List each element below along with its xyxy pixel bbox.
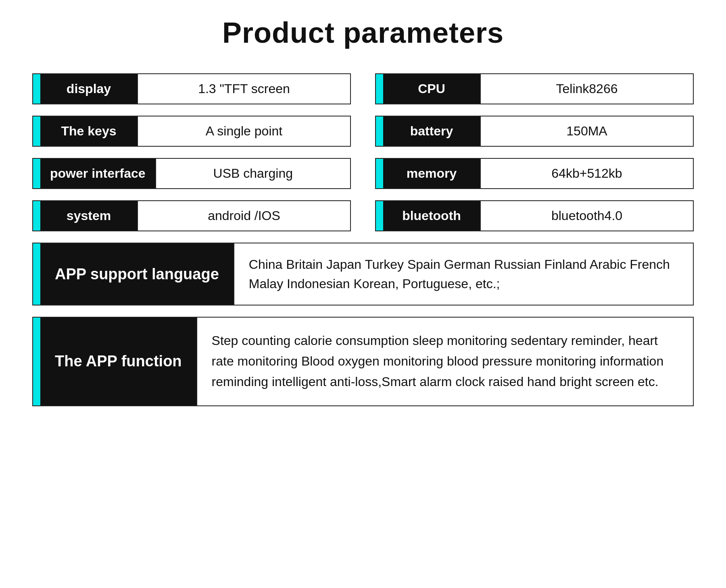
cpu-label: CPU — [383, 74, 480, 104]
power-label: power interface — [40, 159, 155, 188]
battery-value: 150MA — [480, 116, 693, 146]
main-grid: display 1.3 "TFT screen CPU Telink8266 T… — [32, 73, 694, 231]
cpu-row: CPU Telink8266 — [375, 73, 694, 104]
battery-row: battery 150MA — [375, 116, 694, 147]
app-language-label: APP support language — [40, 243, 234, 305]
system-value: android /IOS — [137, 201, 350, 231]
bluetooth-label: bluetooth — [383, 201, 480, 231]
cyan-accent — [33, 243, 40, 305]
app-function-value: Step counting calorie consumption sleep … — [196, 318, 693, 405]
display-row: display 1.3 "TFT screen — [32, 73, 351, 104]
system-label: system — [40, 201, 137, 231]
keys-label: The keys — [40, 116, 137, 146]
cyan-accent — [33, 116, 40, 146]
system-row: system android /IOS — [32, 200, 351, 231]
memory-value: 64kb+512kb — [480, 159, 693, 188]
cyan-accent — [33, 74, 40, 104]
bluetooth-row: bluetooth bluetooth4.0 — [375, 200, 694, 231]
battery-label: battery — [383, 116, 480, 146]
keys-row: The keys A single point — [32, 116, 351, 147]
page-title: Product parameters — [32, 16, 694, 49]
cyan-accent — [376, 74, 383, 104]
memory-row: memory 64kb+512kb — [375, 158, 694, 189]
keys-value: A single point — [137, 116, 350, 146]
display-label: display — [40, 74, 137, 104]
display-value: 1.3 "TFT screen — [137, 74, 350, 104]
app-function-row: The APP function Step counting calorie c… — [32, 317, 694, 406]
cyan-accent — [376, 116, 383, 146]
cpu-value: Telink8266 — [480, 74, 693, 104]
cyan-accent — [33, 318, 40, 405]
power-row: power interface USB charging — [32, 158, 351, 189]
cyan-accent — [376, 201, 383, 231]
cyan-accent — [376, 159, 383, 188]
app-language-value: China Britain Japan Turkey Spain German … — [234, 243, 693, 305]
cyan-accent — [33, 159, 40, 188]
bluetooth-value: bluetooth4.0 — [480, 201, 693, 231]
memory-label: memory — [383, 159, 480, 188]
power-value: USB charging — [155, 159, 350, 188]
app-function-label: The APP function — [40, 318, 196, 405]
cyan-accent — [33, 201, 40, 231]
app-language-row: APP support language China Britain Japan… — [32, 243, 694, 305]
